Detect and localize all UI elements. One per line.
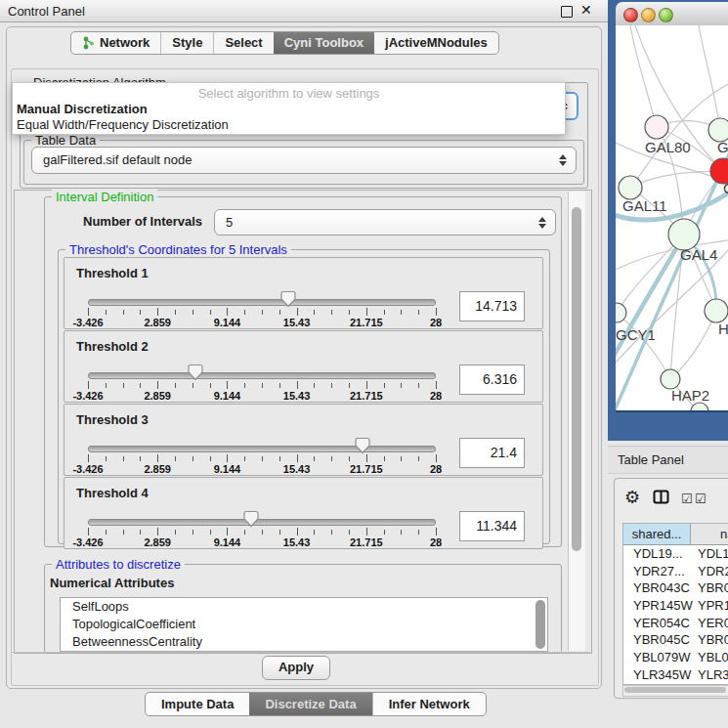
numerical-attributes-list[interactable]: SelfLoopsTopologicalCoefficientBetweenne… [60,597,548,652]
tab-style[interactable]: Style [160,32,213,54]
scrollbar-thumb[interactable] [624,687,726,693]
thresholds-group-title: Threshold's Coordinates for 5 Intervals [65,242,291,257]
control-panel-titlebar: Control Panel [0,0,608,22]
slider-track[interactable] [88,372,436,379]
cell-name: YBR0 [698,631,728,649]
number-of-intervals-spinner[interactable]: 5 [214,209,556,236]
dropdown-hint: Select algorithm to view settings [13,86,565,101]
algorithm-dropdown-popup: Select algorithm to view settings Manual… [12,82,566,135]
attribute-list-item[interactable]: SelfLoops [61,598,547,616]
attribute-list-item[interactable]: TopologicalCoefficient [61,616,547,633]
table-data-combobox[interactable]: galFiltered.sif default node [31,147,577,174]
cell-shared-name: YDL19... [633,545,683,563]
cell-shared-name: YER054C [633,615,690,632]
table-row[interactable]: YER054C YER0 [623,615,728,632]
number-of-intervals-value: 5 [226,215,233,230]
slider-track[interactable] [88,299,436,306]
slider-tick-labels: -3.4262.8599.14415.4321.71528 [88,317,436,329]
slider-track[interactable] [88,446,436,452]
tab-jactivemnodules[interactable]: jActiveMNodules [374,32,498,54]
cell-name: YDR2 [698,563,728,580]
slider-track[interactable] [88,519,436,526]
node-h[interactable] [705,299,728,322]
scrollbar-thumb[interactable] [572,207,581,551]
spinner-arrows-icon [538,217,546,229]
table-horizontal-scrollbar[interactable] [622,685,728,697]
table-row[interactable]: YBR045C YBR0 [623,631,728,649]
control-panel-title: Control Panel [8,4,85,19]
table-row[interactable]: YBR043C YBR0 [623,579,728,597]
node-partial[interactable] [691,403,708,410]
close-icon[interactable]: ✕ [580,2,592,18]
node-label-gcy1: GCY1 [616,326,656,343]
zoom-traffic-light-icon[interactable] [659,8,673,22]
tab-cyni-toolbox[interactable]: Cyni Toolbox [274,32,374,54]
slider-handle[interactable] [188,364,203,381]
column-header-shared[interactable]: shared... [623,524,691,545]
slider-tick-labels: -3.4262.8599.14415.4321.71528 [88,463,436,476]
tab-label: Network [100,32,150,54]
cyni-bottom-tabs: Impute Data Discretize Data Infer Networ… [145,692,487,716]
cell-name: YBL0 [698,649,728,666]
node-label-c: C [723,180,728,196]
algorithm-option[interactable]: Manual Discretization [17,102,148,116]
table-row[interactable]: YLR345W YLR3 [623,666,728,684]
table-panel-titlebar: Table Panel [608,446,728,474]
threshold-panel: Threshold 1 -3.4262.8599.14415.4321.7152… [64,257,543,329]
threshold-slider[interactable]: -3.4262.8599.14415.4321.71528 [88,430,436,475]
slider-handle[interactable] [355,437,370,454]
cell-shared-name: YBR045C [633,631,690,649]
split-pane-icon[interactable] [653,490,669,504]
table-row[interactable]: YDL19... YDL1 [623,545,728,563]
numerical-attributes-label: Numerical Attributes [50,576,174,590]
slider-ticks [88,528,436,536]
interval-definition-title: Interval Definition [52,190,157,204]
control-panel-tabs: Network Style Select Cyni Toolbox jActiv… [70,31,499,55]
slider-handle[interactable] [280,290,296,308]
node-label-h: H [718,321,728,337]
table-row[interactable]: YIL05... YIL0 [623,684,728,685]
cell-name: YER0 [698,615,728,632]
combo-arrows-icon [559,154,567,166]
node-pink[interactable] [645,115,668,139]
threshold-slider[interactable]: -3.4262.8599.14415.4321.71528 [88,357,436,402]
checkbox-icon[interactable]: ☑ [681,492,693,506]
cell-shared-name: YDR27... [633,563,685,580]
column-header-name[interactable]: na [691,524,728,545]
tab-infer-network[interactable]: Infer Network [372,693,486,715]
threshold-slider[interactable]: -3.4262.8599.14415.4321.71528 [88,503,436,548]
tab-select[interactable]: Select [213,32,273,54]
tab-network[interactable]: Network [71,32,160,54]
slider-tick-labels: -3.4262.8599.14415.4321.71528 [88,536,436,549]
cell-shared-name: YBL079W [633,649,691,666]
minimize-traffic-light-icon[interactable] [641,8,656,22]
table-row[interactable]: YDR27... YDR2 [623,563,728,580]
threshold-slider[interactable]: -3.4262.8599.14415.4321.71528 [88,283,436,328]
apply-button[interactable]: Apply [262,656,330,680]
cell-name: YBR0 [698,579,728,597]
node-gal11[interactable] [619,176,642,199]
tab-impute-data[interactable]: Impute Data [146,693,249,715]
settings-vertical-scrollbar[interactable] [568,192,585,651]
algorithm-option[interactable]: Equal Width/Frequency Discretization [17,117,229,132]
close-traffic-light-icon[interactable] [623,8,638,22]
threshold-value-box[interactable]: 21.4 [459,438,525,468]
threshold-label: Threshold 2 [76,339,149,354]
node-hap2[interactable] [661,369,680,389]
table-data-value: galFiltered.sif default node [43,152,192,167]
slider-ticks [88,381,436,390]
float-window-icon[interactable] [561,6,573,18]
threshold-value-box[interactable]: 14.713 [459,291,525,321]
network-canvas[interactable]: GAL80 GA C GAL11 GAL4 GCY1 H HAP2 [616,25,728,410]
table-row[interactable]: YPR145W YPR1 [623,597,728,615]
slider-handle[interactable] [243,510,259,528]
tab-discretize-data[interactable]: Discretize Data [249,693,371,715]
gear-icon[interactable]: ⚙ [624,487,640,508]
attributes-list-scrollbar[interactable] [535,600,545,649]
checkbox-icon[interactable]: ☑ [695,492,707,506]
threshold-value-box[interactable]: 6.316 [459,364,525,395]
attribute-list-item[interactable]: BetweennessCentrality [61,633,547,651]
table-row[interactable]: YBL079W YBL0 [623,649,728,666]
threshold-label: Threshold 3 [76,412,149,427]
threshold-value-box[interactable]: 11.344 [459,511,525,541]
